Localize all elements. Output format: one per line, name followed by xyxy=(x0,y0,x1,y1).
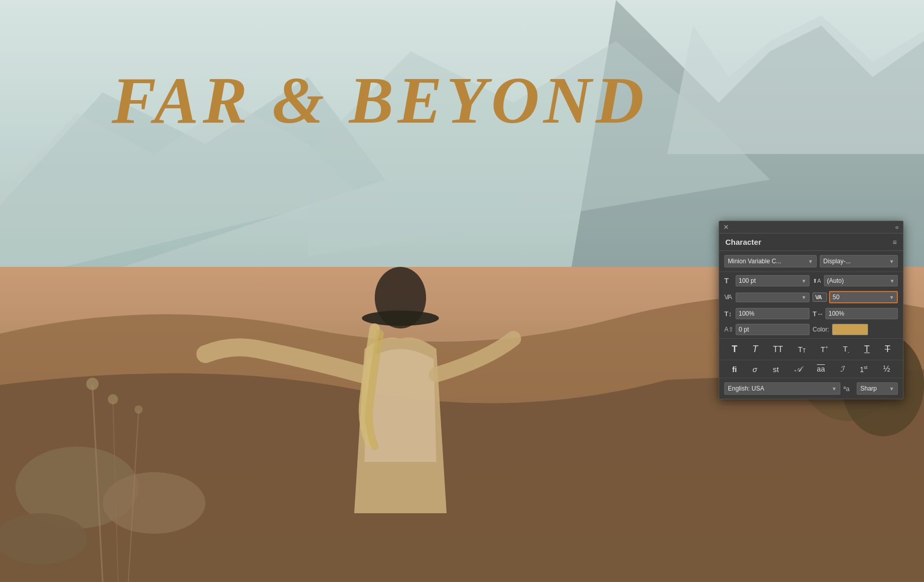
aa-value-label: Sharp xyxy=(860,385,877,392)
tracking-icon: VA xyxy=(815,294,821,300)
tracking-input[interactable]: 50 ▼ xyxy=(829,291,898,303)
italic-button[interactable]: T xyxy=(750,343,760,356)
character-panel: ✕ « Character ≡ Minion Variable C... ▼ D… xyxy=(719,221,903,399)
font-style-arrow: ▼ xyxy=(889,259,894,264)
aa-arrow: ▼ xyxy=(889,386,894,392)
leading-group: ⬆A (Auto) ▼ xyxy=(813,275,898,286)
aa-label: ªa xyxy=(843,385,854,393)
font-family-arrow: ▼ xyxy=(808,259,813,264)
discretionary-lig-button[interactable]: σ xyxy=(750,364,759,375)
vert-scale-group: T↕ 100% xyxy=(724,308,810,319)
bold-button[interactable]: T xyxy=(730,343,740,356)
superscript-button[interactable]: T+ xyxy=(819,344,830,355)
kerning-input[interactable]: ▼ xyxy=(736,293,810,302)
font-size-input[interactable]: 100 pt ▼ xyxy=(736,275,810,286)
font-family-dropdown[interactable]: Minion Variable C... ▼ xyxy=(724,255,817,267)
fraction-button[interactable]: ½ xyxy=(881,363,892,375)
leading-arrow: ▼ xyxy=(890,278,895,284)
opentype-buttons-row: fi σ st 𝒜 aa ℐ 1st ½ xyxy=(719,360,903,378)
baseline-input[interactable]: 0 pt xyxy=(736,324,810,335)
vert-scale-icon: T↕ xyxy=(724,310,734,318)
tracking-arrow: ▼ xyxy=(889,295,894,300)
panel-title: Character xyxy=(725,238,761,246)
kerning-arrow: ▼ xyxy=(801,295,806,300)
font-style-label: Display-... xyxy=(823,258,851,265)
typography-buttons-row: T T TT TT T+ T- T T xyxy=(719,338,903,360)
stylistic-button[interactable]: 𝒜 xyxy=(793,364,803,375)
horiz-scale-input[interactable]: 100% xyxy=(825,308,898,319)
swash-button[interactable]: st xyxy=(771,364,781,375)
ordinal-button[interactable]: 1st xyxy=(858,364,870,375)
kerning-tracking-row: V/A ▼ VA 50 ▼ xyxy=(719,289,903,306)
language-dropdown[interactable]: English: USA ▼ xyxy=(724,382,840,395)
horiz-scale-group: T↔ 100% xyxy=(813,308,898,319)
allcaps-button[interactable]: TT xyxy=(771,344,785,355)
baseline-icon: A⇧ xyxy=(724,326,734,333)
baseline-color-row: A⇧ 0 pt Color: xyxy=(719,322,903,338)
ligature-button[interactable]: fi xyxy=(730,364,739,375)
titling-button[interactable]: aa xyxy=(815,364,827,374)
language-label: English: USA xyxy=(728,385,764,392)
strikethrough-button[interactable]: T xyxy=(882,343,892,356)
size-leading-row: T 100 pt ▼ ⬆A (Auto) ▼ xyxy=(719,272,903,289)
font-size-icon: T xyxy=(724,277,734,285)
color-swatch[interactable] xyxy=(832,324,868,335)
baseline-group: A⇧ 0 pt xyxy=(724,324,810,335)
color-label: Color: xyxy=(813,326,829,333)
font-size-group: T 100 pt ▼ xyxy=(724,275,810,286)
smallcaps-button[interactable]: TT xyxy=(796,344,807,355)
vert-scale-input[interactable]: 100% xyxy=(736,308,810,319)
kerning-icon: V/A xyxy=(724,294,734,301)
tracking-group: VA 50 ▼ xyxy=(813,291,898,303)
horiz-scale-icon: T↔ xyxy=(813,310,823,318)
panel-menu-icon[interactable]: ≡ xyxy=(893,238,897,246)
font-family-row: Minion Variable C... ▼ Display-... ▼ xyxy=(719,251,903,272)
tracking-icon-box: VA xyxy=(813,293,827,302)
size-arrow: ▼ xyxy=(801,278,806,284)
font-style-dropdown[interactable]: Display-... ▼ xyxy=(820,255,898,267)
panel-collapse-button[interactable]: « xyxy=(895,223,899,231)
antialiasing-dropdown[interactable]: Sharp ▼ xyxy=(857,382,898,395)
scale-row: T↕ 100% T↔ 100% xyxy=(719,306,903,322)
contextual-button[interactable]: ℐ xyxy=(838,363,846,375)
kerning-group: V/A ▼ xyxy=(724,293,810,302)
color-group: Color: xyxy=(813,324,898,335)
main-title: FAR & BEYOND xyxy=(0,62,760,139)
language-arrow: ▼ xyxy=(832,386,837,392)
subscript-button[interactable]: T- xyxy=(841,343,851,356)
leading-input[interactable]: (Auto) ▼ xyxy=(824,275,898,286)
underline-button[interactable]: T xyxy=(862,343,872,356)
panel-title-row: Character ≡ xyxy=(719,234,903,251)
panel-close-button[interactable]: ✕ xyxy=(723,223,729,231)
language-row: English: USA ▼ ªa Sharp ▼ xyxy=(719,378,903,399)
panel-top-bar: ✕ « xyxy=(719,221,903,234)
leading-icon: ⬆A xyxy=(813,278,822,284)
font-family-label: Minion Variable C... xyxy=(728,258,781,265)
